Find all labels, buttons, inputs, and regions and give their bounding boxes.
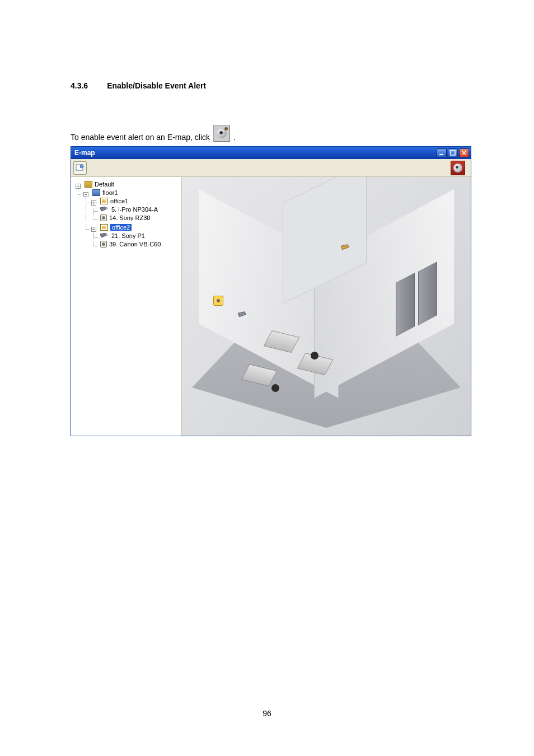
maximize-button[interactable] bbox=[448, 148, 458, 157]
svg-point-7 bbox=[106, 234, 108, 236]
minimize-button[interactable] bbox=[437, 148, 447, 157]
map-icon bbox=[100, 224, 108, 231]
close-button[interactable] bbox=[459, 148, 469, 157]
section-number: 4.3.6 bbox=[71, 81, 88, 90]
svg-rect-1 bbox=[451, 151, 455, 155]
tree-label-selected: office2 bbox=[110, 224, 132, 231]
svg-marker-4 bbox=[100, 207, 107, 211]
office-isometric bbox=[182, 177, 471, 436]
svg-marker-9 bbox=[238, 312, 246, 317]
toolbar bbox=[71, 159, 471, 177]
tree-label: 14. Sony RZ30 bbox=[109, 214, 150, 221]
svg-point-3 bbox=[80, 165, 83, 168]
tree-label: 39. Canon VB-C60 bbox=[109, 241, 161, 248]
event-alert-icon bbox=[213, 125, 230, 142]
tree-camera[interactable]: 5. i-Pro NP304-A bbox=[99, 206, 159, 213]
map-canvas[interactable] bbox=[182, 177, 471, 436]
svg-marker-10 bbox=[341, 245, 349, 250]
event-alert-toggle-button[interactable] bbox=[451, 161, 465, 175]
ptz-camera-icon bbox=[100, 207, 109, 212]
svg-rect-0 bbox=[439, 154, 443, 155]
tree-camera[interactable]: 21. Sony P1 bbox=[99, 232, 146, 239]
body-prefix: To enable event alert on an E-map, click bbox=[71, 133, 210, 142]
tree-root[interactable]: Default bbox=[83, 181, 115, 188]
window-titlebar[interactable]: E-map bbox=[71, 147, 471, 159]
tree-floor[interactable]: floor1 bbox=[91, 189, 119, 196]
body-suffix: . bbox=[233, 133, 236, 142]
tree-label: office1 bbox=[110, 198, 128, 204]
body-text: To enable event alert on an E-map, click… bbox=[71, 125, 472, 142]
window-title: E-map bbox=[74, 149, 95, 157]
camera-marker-ptz[interactable] bbox=[341, 243, 351, 253]
tree-camera[interactable]: 14. Sony RZ30 bbox=[99, 214, 151, 221]
svg-marker-6 bbox=[100, 233, 107, 237]
dome-camera-icon bbox=[100, 214, 107, 221]
page-number: 96 bbox=[0, 709, 534, 718]
emap-window: E-map bbox=[71, 146, 471, 436]
dome-camera-icon bbox=[100, 241, 107, 248]
svg-point-5 bbox=[106, 207, 108, 209]
svg-point-8 bbox=[217, 299, 220, 302]
tree-office1[interactable]: office1 bbox=[99, 198, 129, 204]
ptz-camera-icon bbox=[100, 233, 109, 239]
camera-marker-ptz[interactable] bbox=[238, 310, 248, 320]
tree-camera[interactable]: 39. Canon VB-C60 bbox=[99, 241, 162, 248]
section-title: Enable/Disable Event Alert bbox=[107, 81, 206, 90]
tree-office2[interactable]: office2 bbox=[99, 224, 133, 231]
building-icon bbox=[85, 181, 92, 188]
tree-label: 5. i-Pro NP304-A bbox=[111, 206, 158, 213]
map-edit-button[interactable] bbox=[73, 161, 87, 175]
tree-pane[interactable]: − Default − floor1 bbox=[71, 177, 182, 436]
camera-marker-dome[interactable] bbox=[213, 296, 223, 306]
floor-icon bbox=[92, 189, 100, 196]
section-heading: 4.3.6Enable/Disable Event Alert bbox=[71, 81, 472, 90]
map-icon bbox=[100, 198, 108, 204]
tree-label: floor1 bbox=[102, 189, 118, 196]
tree-label: 21. Sony P1 bbox=[111, 232, 145, 239]
tree-label: Default bbox=[95, 181, 114, 188]
